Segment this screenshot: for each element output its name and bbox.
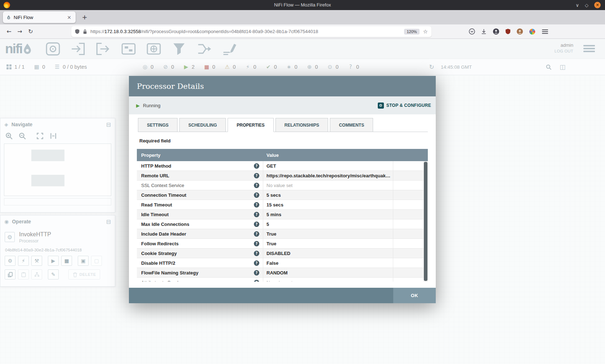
table-row: HTTP Method ? GET <box>137 161 428 171</box>
browser-toolbar: ← → ↻ https://172.18.0.3:32558/nifi/?pro… <box>0 24 605 39</box>
required-field-label: Required field <box>139 138 171 144</box>
help-icon[interactable]: ? <box>254 251 259 256</box>
pinwheel-extension-icon[interactable] <box>529 28 535 35</box>
firefox-window: NiFi Flow — Mozilla Firefox ∨ ◇ × NiFi F… <box>0 0 605 364</box>
property-value-cell: 15 secs <box>263 200 393 209</box>
property-name: Disable HTTP/2 <box>141 260 175 266</box>
table-row: SSL Context Service ? No value set <box>137 181 428 190</box>
table-row: FlowFile Naming Strategy ? RANDOM <box>137 268 428 278</box>
property-extra-cell <box>393 278 428 282</box>
property-value-cell: 5 secs <box>263 190 393 200</box>
property-value: False <box>266 260 278 266</box>
browser-tab[interactable]: NiFi Flow × <box>3 12 76 23</box>
ublock-extension-icon[interactable] <box>505 28 511 35</box>
property-extra-cell <box>393 181 428 190</box>
forward-button[interactable]: → <box>14 28 25 35</box>
property-name-cell: Attributes to Send ? <box>137 278 263 282</box>
table-row: Include Date Header ? True <box>137 229 428 239</box>
property-value-cell: 5 mins <box>263 210 393 219</box>
tab-title: NiFi Flow <box>14 15 66 20</box>
help-icon[interactable]: ? <box>254 212 259 217</box>
tab-close-icon[interactable]: × <box>66 14 72 20</box>
tab-settings[interactable]: SETTINGS <box>138 118 178 132</box>
property-name: Cookie Strategy <box>141 251 177 256</box>
dialog-title: Processor Details <box>137 82 204 91</box>
ok-button[interactable]: OK <box>393 288 436 303</box>
property-value: No value set <box>266 183 292 188</box>
table-row: Max Idle Connections ? 5 <box>137 219 428 229</box>
menu-icon[interactable] <box>542 29 548 34</box>
processor-details-dialog: Processor Details ▶ Running ⚙ STOP & CON… <box>129 76 436 303</box>
property-value: 15 secs <box>266 202 283 208</box>
account-icon[interactable] <box>493 28 499 35</box>
property-name: Max Idle Connections <box>141 222 189 227</box>
property-value-cell: 5 <box>263 219 393 229</box>
url-bar[interactable]: https://172.18.0.3:32558/nifi/?processGr… <box>71 26 431 37</box>
table-row: Connection Timeout ? 5 secs <box>137 190 428 200</box>
tab-relationships[interactable]: RELATIONSHIPS <box>275 118 328 132</box>
property-value-cell: RANDOM <box>263 268 393 277</box>
lock-icon[interactable] <box>83 29 87 35</box>
property-value-cell: No value set <box>263 278 393 282</box>
property-extra-cell <box>393 210 428 219</box>
property-name-cell: Read Timeout ? <box>137 200 263 209</box>
url-host: 172.18.0.3:32558 <box>104 29 141 34</box>
property-name: Connection Timeout <box>141 192 186 198</box>
property-value: 5 secs <box>266 192 281 198</box>
property-name-cell: Remote URL ? <box>137 171 263 180</box>
help-icon[interactable]: ? <box>254 222 259 227</box>
table-scrollbar[interactable] <box>424 161 428 282</box>
property-name-cell: Include Date Header ? <box>137 229 263 238</box>
help-icon[interactable]: ? <box>254 183 259 188</box>
help-icon[interactable]: ? <box>254 280 259 282</box>
tab-comments[interactable]: COMMENTS <box>330 118 373 132</box>
stop-configure-gear-icon: ⚙ <box>378 103 384 109</box>
help-icon[interactable]: ? <box>254 270 259 276</box>
stop-and-configure-button[interactable]: ⚙ STOP & CONFIGURE <box>378 103 431 109</box>
property-extra-cell <box>393 171 428 180</box>
property-name: Attributes to Send <box>141 280 178 282</box>
dialog-footer: OK <box>129 288 436 303</box>
scrollbar-thumb[interactable] <box>424 162 427 281</box>
property-value: GET <box>266 163 276 169</box>
bookmark-star-icon[interactable]: ☆ <box>423 28 428 35</box>
url-text: https://172.18.0.3:32558/nifi/?processGr… <box>90 29 404 34</box>
tab-properties[interactable]: PROPERTIES <box>228 118 273 132</box>
maximize-icon[interactable]: ◇ <box>585 3 588 8</box>
table-row: Attributes to Send ? No value set <box>137 278 428 282</box>
property-name-cell: HTTP Method ? <box>137 161 263 170</box>
reload-button[interactable]: ↻ <box>25 28 36 35</box>
property-value-cell: True <box>263 239 393 248</box>
new-tab-button[interactable]: + <box>80 13 89 22</box>
help-icon[interactable]: ? <box>254 163 259 169</box>
property-name: Idle Timeout <box>141 212 169 217</box>
property-value: 5 <box>266 222 269 227</box>
help-icon[interactable]: ? <box>254 192 259 198</box>
stop-configure-label: STOP & CONFIGURE <box>386 103 431 108</box>
avatar-extension-icon[interactable] <box>516 28 523 35</box>
url-scheme: https:// <box>90 29 104 34</box>
nifi-app: nifi admin LOG OUT 1 / 1 ▦0 ☰0 / <box>0 39 605 364</box>
shield-icon[interactable] <box>75 29 80 34</box>
help-icon[interactable]: ? <box>254 202 259 208</box>
property-name: Remote URL <box>141 173 169 178</box>
help-icon[interactable]: ? <box>254 231 259 237</box>
close-icon[interactable]: × <box>594 2 601 8</box>
minimize-icon[interactable]: ∨ <box>575 3 579 8</box>
property-extra-cell <box>393 249 428 258</box>
table-row: Follow Redirects ? True <box>137 239 428 249</box>
back-button[interactable]: ← <box>4 28 14 35</box>
zoom-level-badge[interactable]: 120% <box>404 29 419 35</box>
download-icon[interactable] <box>481 28 487 35</box>
tab-scheduling[interactable]: SCHEDULING <box>179 118 226 132</box>
property-value: No value set <box>266 280 292 282</box>
value-column-header: Value <box>263 153 279 158</box>
property-extra-cell <box>393 229 428 238</box>
property-value-cell: DISABLED <box>263 249 393 258</box>
property-name: SSL Context Service <box>141 183 184 188</box>
pocket-icon[interactable] <box>469 28 475 35</box>
help-icon[interactable]: ? <box>254 260 259 266</box>
help-icon[interactable]: ? <box>254 173 259 178</box>
help-icon[interactable]: ? <box>254 241 259 246</box>
property-extra-cell <box>393 239 428 248</box>
